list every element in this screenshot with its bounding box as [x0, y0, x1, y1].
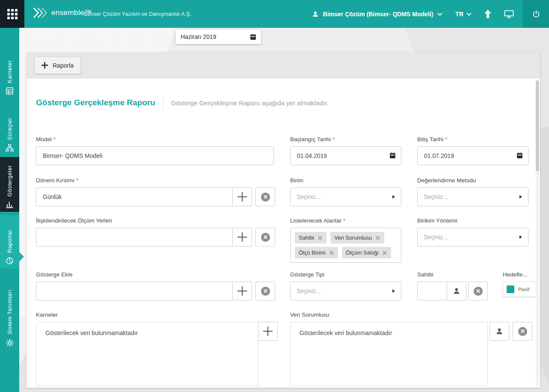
- header-divider: [163, 96, 163, 109]
- plus-icon: [42, 62, 48, 68]
- targets-toggle[interactable]: Pasif: [503, 282, 540, 297]
- language-selector[interactable]: TR: [455, 11, 472, 18]
- plus-icon: [237, 232, 247, 242]
- tag-olcum-sikligi: Ölçüm Sıklığı: [342, 247, 391, 258]
- language-label: TR: [455, 11, 463, 18]
- accumulation-method-select[interactable]: Seçiniz...: [417, 228, 528, 246]
- period-picker[interactable]: Haziran 2019: [175, 30, 261, 44]
- tag-remove-icon[interactable]: [382, 250, 387, 255]
- user-icon: [312, 11, 319, 18]
- apps-menu-button[interactable]: [0, 0, 24, 28]
- field-listed-fields: Listelenecek Alanlar* Sahibi Veri Soruml…: [290, 217, 401, 263]
- display-button[interactable]: [504, 10, 514, 18]
- sidebar-item-label: Karneler: [6, 60, 13, 83]
- tag-veri-sorumlusu: Veri Sorumlusu: [330, 232, 384, 244]
- period-breakdown-add-button[interactable]: [232, 187, 252, 206]
- clear-icon: [518, 327, 527, 336]
- start-date-calendar-button[interactable]: [389, 152, 396, 159]
- measurement-locations-clear-button[interactable]: [255, 228, 275, 246]
- field-period-breakdown: Dönem Kırılımı*: [36, 177, 275, 206]
- period-breakdown-clear-button[interactable]: [255, 187, 275, 206]
- targets-toggle-state: Pasif: [518, 287, 529, 292]
- tag-remove-icon[interactable]: [318, 235, 323, 241]
- ensemble-logo[interactable]: ensemble™: [33, 6, 92, 20]
- clear-icon: [261, 193, 270, 202]
- unit-placeholder: Seçiniz...: [297, 193, 321, 200]
- apps-grid-icon: [7, 9, 18, 19]
- sidebar-item-label: Göstergeler: [6, 165, 13, 196]
- upload-button[interactable]: [484, 9, 491, 18]
- add-indicator-input[interactable]: [36, 282, 233, 300]
- field-evaluation-method: Değerlendirme Metodu Seçiniz...: [417, 177, 528, 206]
- sidebar-item-sistem-tanimlari[interactable]: Sistem Tanımları: [0, 273, 19, 350]
- sidebar-item-label: Raporlar: [6, 230, 13, 253]
- unit-label: Birim: [290, 177, 401, 184]
- report-toolbar: Raporla: [27, 52, 540, 78]
- period-breakdown-input[interactable]: [36, 187, 233, 206]
- measurement-locations-label: İlişkilendirilecek Ölçüm Yerleri: [36, 217, 275, 224]
- accumulation-method-label: Birikim Yöntemi: [417, 217, 528, 224]
- page-subtitle: Gösterge Gerçekleşme Raporu aşağıda yer …: [171, 99, 329, 107]
- person-icon: [453, 287, 460, 295]
- start-date-input[interactable]: [290, 146, 401, 165]
- top-bar: ensemble™ Bimser Çözüm Yazılım ve Danışm…: [0, 0, 549, 28]
- page-title: Gösterge Gerçekleşme Raporu: [36, 98, 155, 107]
- sidebar: Karneler Süreçler Göstergeler: [0, 28, 19, 392]
- owner-clear-button[interactable]: [468, 282, 488, 300]
- toggle-square-icon: [507, 285, 514, 293]
- listed-fields-label: Listelenecek Alanlar: [290, 217, 341, 224]
- data-responsible-pick-user-button[interactable]: [490, 322, 509, 341]
- calendar-icon: [249, 33, 257, 41]
- model-input[interactable]: [36, 146, 274, 165]
- sidebar-item-raporlar[interactable]: Raporlar: [0, 215, 19, 268]
- field-accumulation-method: Birikim Yöntemi Seçiniz...: [417, 217, 528, 246]
- listed-fields-tagbox[interactable]: Sahibi Veri Sorumlusu Ölçü Birimi Ölçüm …: [290, 228, 401, 263]
- tag-remove-icon[interactable]: [375, 235, 380, 241]
- indicators-icon: [6, 200, 14, 208]
- sidebar-item-surecler[interactable]: Süreçler: [0, 101, 19, 155]
- end-date-calendar-button[interactable]: [516, 152, 523, 159]
- required-marker: *: [332, 136, 335, 143]
- caret-right-icon: [392, 289, 395, 293]
- sidebar-item-karneler[interactable]: Karneler: [0, 36, 19, 98]
- sidebar-item-gostergeler[interactable]: Göstergeler: [0, 157, 19, 212]
- required-marker: *: [53, 136, 56, 143]
- field-indicator-type: Gösterge Tipi Seçiniz...: [290, 271, 401, 300]
- indicator-type-placeholder: Seçiniz...: [297, 288, 321, 294]
- user-menu-label: Bimser Çözüm (Bimser- QDMS Modeli): [323, 11, 433, 18]
- measurement-locations-add-button[interactable]: [232, 228, 252, 246]
- data-responsible-clear-button[interactable]: [513, 322, 532, 341]
- company-name: Bimser Çözüm Yazılım ve Danışmanlık A.Ş.: [84, 11, 192, 17]
- owner-input[interactable]: [417, 282, 447, 300]
- add-indicator-add-button[interactable]: [232, 282, 252, 300]
- vertical-scrollbar-thumb[interactable]: [536, 80, 539, 171]
- scorecards-label: Karneler: [36, 312, 278, 318]
- report-button[interactable]: Raporla: [34, 56, 81, 74]
- report-button-label: Raporla: [53, 62, 74, 69]
- field-model: Model*: [36, 136, 274, 165]
- scorecards-add-button[interactable]: [258, 322, 278, 341]
- caret-right-icon: [519, 235, 522, 239]
- tag-remove-icon[interactable]: [329, 250, 334, 255]
- field-owner: Sahibi: [417, 271, 488, 300]
- add-indicator-clear-button[interactable]: [255, 282, 275, 300]
- owner-label: Sahibi: [417, 271, 488, 278]
- measurement-locations-input[interactable]: [36, 228, 233, 246]
- page-header: Gösterge Gerçekleşme Raporu Gösterge Ger…: [36, 93, 514, 112]
- required-marker: *: [76, 177, 78, 184]
- user-menu[interactable]: Bimser Çözüm (Bimser- QDMS Modeli): [312, 11, 442, 18]
- evaluation-method-select[interactable]: Seçiniz...: [417, 187, 528, 206]
- process-icon: [6, 144, 14, 152]
- vertical-scrollbar-track[interactable]: [536, 80, 539, 386]
- end-date-input[interactable]: [417, 146, 528, 165]
- add-indicator-label: Gösterge Ekle: [36, 271, 275, 278]
- unit-select[interactable]: Seçiniz...: [290, 187, 401, 206]
- chevron-down-icon: [437, 12, 442, 16]
- indicator-type-select[interactable]: Seçiniz...: [290, 282, 401, 300]
- field-measurement-locations: İlişkilendirilecek Ölçüm Yerleri: [36, 217, 275, 246]
- owner-pick-user-button[interactable]: [447, 282, 466, 300]
- scorecard-icon: [6, 87, 14, 95]
- plus-icon: [237, 192, 247, 202]
- logout-button[interactable]: [523, 0, 549, 28]
- sidebar-item-label: Sistem Tanımları: [6, 290, 13, 335]
